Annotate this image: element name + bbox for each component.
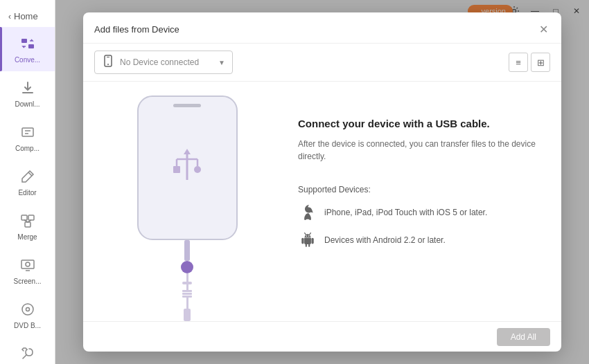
svg-point-29 (306, 235, 307, 237)
svg-rect-7 (21, 215, 27, 220)
device-selector-icon (102, 55, 114, 70)
sidebar-item-convert-label: Conve... (15, 56, 40, 64)
connect-description: After the device is connected, you can t… (298, 138, 540, 163)
svg-rect-8 (28, 215, 34, 220)
compress-icon (18, 122, 37, 142)
download-icon (18, 78, 37, 98)
svg-point-11 (26, 262, 30, 266)
svg-line-27 (305, 233, 306, 235)
cable-area (181, 240, 193, 321)
apple-device-text: iPhone, iPad, iPod Touch with iOS 5 or l… (324, 208, 487, 217)
svg-point-13 (22, 304, 33, 315)
apple-icon (298, 203, 317, 222)
merge-icon (18, 211, 37, 230)
android-icon (298, 230, 317, 250)
sidebar-item-screen[interactable]: Screen... (0, 248, 55, 293)
device-selector-text: No Device connected (120, 57, 213, 67)
modal-header: Add files from Device ✕ (83, 12, 561, 44)
add-files-modal: Add files from Device ✕ No Devic (83, 12, 561, 352)
svg-point-30 (308, 235, 310, 237)
sidebar-item-editor[interactable]: Editor (0, 160, 55, 204)
sidebar-item-merge[interactable]: Merge (0, 204, 55, 248)
sidebar-item-download-label: Downl... (15, 100, 39, 109)
add-all-button[interactable]: Add All (497, 328, 550, 346)
svg-point-19 (107, 64, 109, 65)
sidebar-item-compress-label: Comp... (15, 145, 39, 153)
sidebar-item-screen-label: Screen... (13, 277, 41, 286)
sidebar: ‹ Home Conve... Downl... (0, 0, 55, 364)
dropdown-arrow-icon: ▼ (218, 59, 225, 66)
screen-icon (18, 255, 37, 275)
sidebar-item-editor-label: Editor (18, 189, 36, 197)
svg-rect-0 (21, 39, 27, 43)
svg-rect-25 (173, 166, 180, 173)
svg-rect-2 (22, 92, 33, 93)
modal-title: Add files from Device (94, 24, 179, 35)
svg-rect-3 (22, 128, 33, 136)
modal-body: Connect your device with a USB cable. Af… (83, 82, 561, 321)
usb-icon (168, 145, 206, 190)
cable-connector-dot (181, 261, 193, 273)
supported-label: Supported Devices: (298, 185, 540, 194)
sidebar-item-convert[interactable]: Conve... (0, 27, 55, 71)
sidebar-item-merge-label: Merge (17, 233, 37, 242)
active-indicator (0, 27, 2, 71)
svg-line-28 (310, 233, 311, 235)
convert-icon (18, 34, 37, 53)
android-device-item: Devices with Android 2.2 or later. (298, 230, 540, 250)
svg-rect-9 (25, 222, 30, 227)
svg-marker-24 (184, 149, 191, 154)
dvd-icon (18, 300, 37, 319)
phone-speaker (173, 104, 201, 107)
modal-overlay: Add files from Device ✕ No Devic (55, 0, 589, 364)
sidebar-item-download[interactable]: Downl... (0, 71, 55, 116)
list-view-button[interactable]: ≡ (509, 53, 528, 72)
main-content: — □ ✕ ...version Add files from Device ✕ (55, 0, 589, 364)
modal-footer: Add All (83, 321, 561, 352)
svg-rect-1 (28, 44, 34, 48)
apple-device-item: iPhone, iPad, iPod Touch with iOS 5 or l… (298, 203, 540, 222)
sidebar-item-dvd-label: DVD B... (14, 322, 41, 330)
sidebar-back[interactable]: ‹ Home (0, 6, 55, 27)
modal-toolbar: No Device connected ▼ ≡ ⊞ (83, 44, 561, 82)
svg-rect-10 (21, 260, 34, 269)
svg-point-26 (194, 166, 201, 173)
svg-point-14 (26, 308, 29, 311)
phone-illustration-area (83, 82, 291, 321)
sidebar-item-compress[interactable]: Comp... (0, 116, 55, 160)
device-selector[interactable]: No Device connected ▼ (94, 51, 233, 74)
sidebar-item-tools[interactable]: Tools (0, 337, 55, 364)
connect-title: Connect your device with a USB cable. (298, 116, 540, 131)
grid-view-button[interactable]: ⊞ (531, 53, 550, 72)
android-device-text: Devices with Android 2.2 or later. (324, 235, 446, 245)
editor-icon (18, 167, 37, 186)
sidebar-item-dvd[interactable]: DVD B... (0, 293, 55, 337)
app-window: ‹ Home Conve... Downl... (0, 0, 589, 364)
cable-connector-top (184, 240, 190, 261)
info-area: Connect your device with a USB cable. Af… (291, 82, 561, 321)
phone-frame (137, 95, 238, 240)
tools-icon (18, 344, 37, 363)
modal-close-button[interactable]: ✕ (536, 22, 550, 36)
supported-devices-section: Supported Devices: iPhone, iPad, iPod T (298, 185, 540, 258)
view-controls: ≡ ⊞ (509, 53, 550, 72)
